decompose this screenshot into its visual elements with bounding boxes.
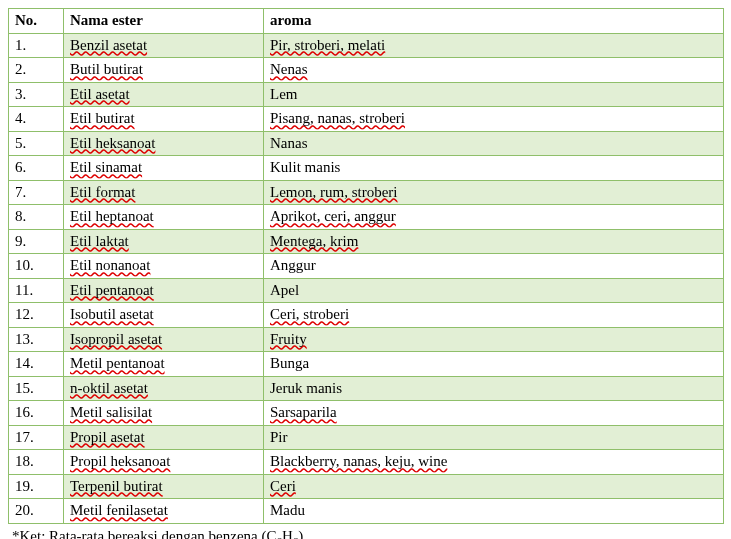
header-no: No. xyxy=(9,9,64,34)
table-row: 8.Etil heptanoatAprikot, ceri, anggur xyxy=(9,205,724,230)
table-row: 15.n-oktil asetatJeruk manis xyxy=(9,376,724,401)
cell-no: 4. xyxy=(9,107,64,132)
table-row: 20.Metil fenilasetatMadu xyxy=(9,499,724,524)
table-row: 4.Etil butiratPisang, nanas, stroberi xyxy=(9,107,724,132)
cell-no: 6. xyxy=(9,156,64,181)
cell-ester-name: Etil heksanoat xyxy=(64,131,264,156)
cell-ester-name: Etil sinamat xyxy=(64,156,264,181)
cell-ester-name: Terpenil butirat xyxy=(64,474,264,499)
cell-aroma: Mentega, krim xyxy=(264,229,724,254)
cell-aroma: Fruity xyxy=(264,327,724,352)
table-row: 1.Benzil asetatPir, stroberi, melati xyxy=(9,33,724,58)
cell-no: 14. xyxy=(9,352,64,377)
cell-ester-name: Etil laktat xyxy=(64,229,264,254)
cell-no: 3. xyxy=(9,82,64,107)
cell-no: 13. xyxy=(9,327,64,352)
cell-no: 8. xyxy=(9,205,64,230)
cell-ester-name: Isopropil asetat xyxy=(64,327,264,352)
caption-formula: (C6H6) xyxy=(258,528,304,540)
cell-no: 12. xyxy=(9,303,64,328)
cell-no: 7. xyxy=(9,180,64,205)
table-row: 11.Etil pentanoatApel xyxy=(9,278,724,303)
header-aroma: aroma xyxy=(264,9,724,34)
cell-ester-name: Propil heksanoat xyxy=(64,450,264,475)
cell-ester-name: Metil fenilasetat xyxy=(64,499,264,524)
cell-aroma: Blackberry, nanas, keju, wine xyxy=(264,450,724,475)
cell-aroma: Ceri, stroberi xyxy=(264,303,724,328)
table-row: 16.Metil salisilatSarsaparila xyxy=(9,401,724,426)
cell-ester-name: Etil butirat xyxy=(64,107,264,132)
table-row: 2.Butil butiratNenas xyxy=(9,58,724,83)
cell-aroma: Sarsaparila xyxy=(264,401,724,426)
cell-ester-name: Butil butirat xyxy=(64,58,264,83)
cell-aroma: Madu xyxy=(264,499,724,524)
cell-aroma: Pir xyxy=(264,425,724,450)
table-row: 19.Terpenil butiratCeri xyxy=(9,474,724,499)
cell-no: 15. xyxy=(9,376,64,401)
cell-ester-name: Etil heptanoat xyxy=(64,205,264,230)
cell-aroma: Lemon, rum, stroberi xyxy=(264,180,724,205)
cell-no: 20. xyxy=(9,499,64,524)
cell-aroma: Pisang, nanas, stroberi xyxy=(264,107,724,132)
cell-aroma: Ceri xyxy=(264,474,724,499)
cell-aroma: Nenas xyxy=(264,58,724,83)
table-row: 3.Etil asetatLem xyxy=(9,82,724,107)
cell-ester-name: Etil pentanoat xyxy=(64,278,264,303)
table-caption: *Ket: Rata-rata bereaksi dengan benzena … xyxy=(8,528,723,540)
cell-ester-name: Metil salisilat xyxy=(64,401,264,426)
table-row: 7.Etil formatLemon, rum, stroberi xyxy=(9,180,724,205)
cell-ester-name: Metil pentanoat xyxy=(64,352,264,377)
ester-table: No. Nama ester aroma 1.Benzil asetatPir,… xyxy=(8,8,724,524)
caption-benzena: benzena xyxy=(209,528,258,540)
cell-aroma: Nanas xyxy=(264,131,724,156)
cell-aroma: Aprikot, ceri, anggur xyxy=(264,205,724,230)
cell-aroma: Anggur xyxy=(264,254,724,279)
cell-aroma: Apel xyxy=(264,278,724,303)
cell-no: 1. xyxy=(9,33,64,58)
cell-no: 16. xyxy=(9,401,64,426)
cell-aroma: Pir, stroberi, melati xyxy=(264,33,724,58)
cell-no: 19. xyxy=(9,474,64,499)
table-row: 5.Etil heksanoatNanas xyxy=(9,131,724,156)
cell-ester-name: Isobutil asetat xyxy=(64,303,264,328)
table-row: 9.Etil laktatMentega, krim xyxy=(9,229,724,254)
table-row: 18.Propil heksanoatBlackberry, nanas, ke… xyxy=(9,450,724,475)
cell-ester-name: Etil nonanoat xyxy=(64,254,264,279)
cell-ester-name: Propil asetat xyxy=(64,425,264,450)
cell-no: 10. xyxy=(9,254,64,279)
cell-no: 9. xyxy=(9,229,64,254)
cell-no: 5. xyxy=(9,131,64,156)
table-row: 12.Isobutil asetatCeri, stroberi xyxy=(9,303,724,328)
table-row: 13.Isopropil asetatFruity xyxy=(9,327,724,352)
table-header-row: No. Nama ester aroma xyxy=(9,9,724,34)
cell-no: 2. xyxy=(9,58,64,83)
cell-aroma: Bunga xyxy=(264,352,724,377)
cell-no: 17. xyxy=(9,425,64,450)
table-row: 6.Etil sinamatKulit manis xyxy=(9,156,724,181)
table-row: 17.Propil asetatPir xyxy=(9,425,724,450)
table-row: 14.Metil pentanoatBunga xyxy=(9,352,724,377)
cell-ester-name: n-oktil asetat xyxy=(64,376,264,401)
cell-no: 11. xyxy=(9,278,64,303)
cell-aroma: Kulit manis xyxy=(264,156,724,181)
cell-ester-name: Benzil asetat xyxy=(64,33,264,58)
cell-aroma: Jeruk manis xyxy=(264,376,724,401)
cell-no: 18. xyxy=(9,450,64,475)
caption-prefix: *Ket: Rata-rata bereaksi dengan xyxy=(12,528,209,540)
cell-ester-name: Etil asetat xyxy=(64,82,264,107)
cell-aroma: Lem xyxy=(264,82,724,107)
table-row: 10.Etil nonanoatAnggur xyxy=(9,254,724,279)
cell-ester-name: Etil format xyxy=(64,180,264,205)
header-name: Nama ester xyxy=(64,9,264,34)
